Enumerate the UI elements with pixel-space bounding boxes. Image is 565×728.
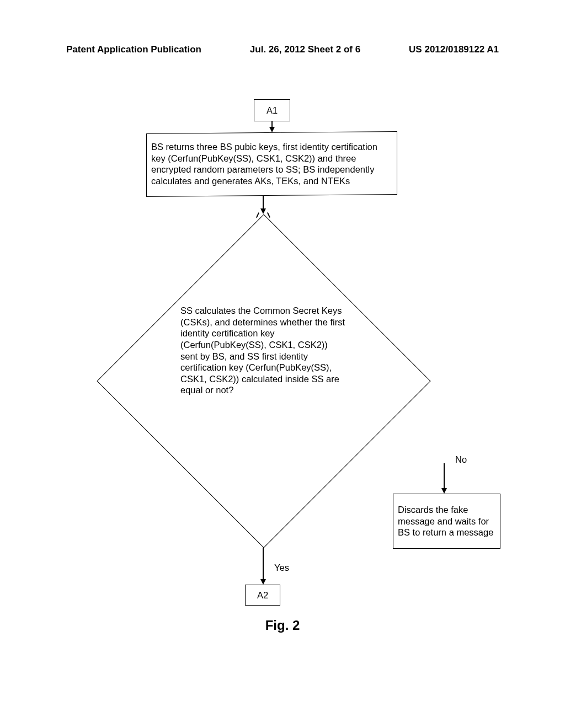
arrow-step1-decision xyxy=(263,196,264,210)
yes-label: Yes xyxy=(274,563,289,573)
header-center: Jul. 26, 2012 Sheet 2 of 6 xyxy=(250,44,360,55)
no-label: No xyxy=(455,454,467,465)
header-right: US 2012/0189122 A1 xyxy=(409,44,499,55)
connector-a2: A2 xyxy=(245,585,280,606)
connector-a1-label: A1 xyxy=(266,105,278,116)
figure-caption-text: Fig. 2 xyxy=(265,618,300,633)
decision-text: SS calculates the Common Secret Keys (CS… xyxy=(180,305,346,396)
process-step1: BS returns three BS pubic keys, first id… xyxy=(146,131,397,197)
arrow-head-a1-step1 xyxy=(269,127,275,132)
header-left: Patent Application Publication xyxy=(66,44,201,55)
arrow-yes-vertical xyxy=(263,548,264,580)
arrow-no-vertical xyxy=(444,463,445,489)
figure-caption: Fig. 2 xyxy=(0,618,565,633)
process-step1-text: BS returns three BS pubic keys, first id… xyxy=(151,141,392,187)
decision-block: SS calculates the Common Secret Keys (CS… xyxy=(97,214,430,548)
arrow-head-yes xyxy=(260,579,266,585)
connector-a2-label: A2 xyxy=(257,590,268,601)
arrow-head-step1-decision xyxy=(260,208,266,214)
arrow-head-no xyxy=(441,488,447,494)
process-discard-text: Discards the fake message and waits for … xyxy=(398,504,495,538)
process-discard: Discards the fake message and waits for … xyxy=(393,494,500,549)
page-header: Patent Application Publication Jul. 26, … xyxy=(0,44,565,55)
connector-a1: A1 xyxy=(254,99,290,121)
flowchart: A1 BS returns three BS pubic keys, first… xyxy=(0,99,565,623)
